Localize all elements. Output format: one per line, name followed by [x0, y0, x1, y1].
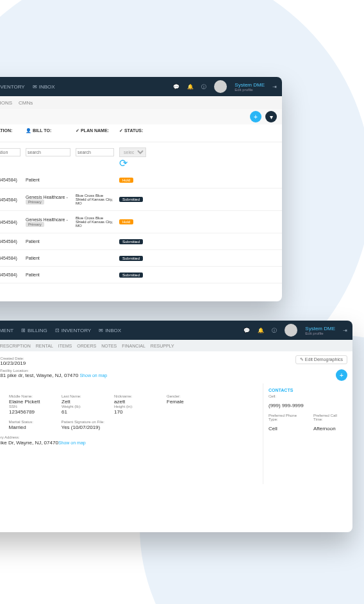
section-information: INFORMATION:: [0, 383, 263, 392]
subnav-authorizations[interactable]: AUTHORIZATIONS: [0, 100, 12, 106]
patient-subnav: CS MEDICAL RECORDS INSURANCE DOCUMENTS F…: [0, 340, 352, 351]
mname-value: Elaine Pickett: [9, 399, 40, 405]
lname-value: Zett: [62, 399, 70, 405]
nav-inventory-2[interactable]: ⊡ INVENTORY: [55, 328, 91, 333]
main-nav-2: 👤 PATIENTS 📋 ORDERS 📊 REPORTS ⚙ MANAGEME…: [0, 321, 352, 340]
filter-plan[interactable]: [76, 148, 114, 156]
tab-prescription[interactable]: PRESCRIPTION: [0, 344, 31, 348]
tab-items[interactable]: ITEMS: [58, 344, 72, 348]
weight-value: 61: [62, 409, 67, 415]
height-label: Height (in):: [114, 405, 153, 408]
edit-demographics-button[interactable]: ✎ Edit Demographics: [295, 355, 347, 364]
nav-inbox[interactable]: ✉ INBOX: [33, 84, 55, 90]
table-row[interactable]: 1:16 AM $ 440.00 $ 187.00 test (15284545…: [0, 233, 282, 250]
section-info[interactable]: INFO:: [0, 459, 263, 467]
marital-label: Marital Status:: [9, 420, 47, 424]
ctime-value: Afternoon: [313, 426, 336, 432]
section-contact[interactable]: CONTACT:: [0, 451, 263, 459]
add-patient-button[interactable]: +: [336, 369, 347, 381]
table-row[interactable]: 6:55 PM $ 120.00 $ 20.00 test (152845458…: [0, 250, 282, 267]
ctime-label: Preferred Call Time:: [313, 414, 347, 421]
mname-label: Middle Name:: [9, 394, 47, 398]
table-row[interactable]: 2:35 PM $ 120.00 $ 120.00 test (15284545…: [0, 189, 282, 211]
bell-icon-2[interactable]: 🔔: [258, 328, 264, 333]
cell-value: (999) 999-9999: [269, 403, 304, 408]
nav-inbox-2[interactable]: ✉ INBOX: [99, 328, 121, 333]
tab-financial[interactable]: FINANCIAL: [122, 344, 145, 348]
ptype-value: Cell: [269, 426, 277, 432]
ssn-value: 123456789: [9, 409, 35, 415]
section-contacts: CONTACTS: [269, 386, 347, 394]
col-location[interactable]: 📍 LOCATION:: [0, 127, 23, 139]
deliv-label: Delivery Address:: [0, 435, 86, 439]
info-icon-2[interactable]: ⓘ: [272, 327, 277, 334]
table-header: ⊞ CHARGE: ⊞ BALANCE: 📍 LOCATION: 👤 BILL …: [0, 124, 282, 142]
chat-icon-2[interactable]: 💬: [244, 328, 250, 333]
main-nav: TS ⚙ MANAGEMENT ⊞ BILLING ⊡ INVENTORY ✉ …: [0, 77, 282, 96]
filter-status[interactable]: select: [119, 147, 146, 157]
tab-rental[interactable]: RENTAL: [36, 344, 53, 348]
filter-button[interactable]: ▾: [265, 111, 277, 122]
filter-billto[interactable]: [26, 148, 70, 156]
billing-window: TS ⚙ MANAGEMENT ⊞ BILLING ⊡ INVENTORY ✉ …: [0, 77, 282, 301]
filter-row: select ⟳: [0, 142, 282, 172]
col-status[interactable]: ✓ STATUS:: [117, 127, 149, 139]
nav-management-2[interactable]: ⚙ MANAGEMENT: [0, 328, 13, 333]
col-plan[interactable]: ✓ PLAN NAME:: [73, 127, 117, 139]
nav-billing-2[interactable]: ⊞ BILLING: [21, 328, 47, 333]
add-button[interactable]: +: [250, 111, 261, 122]
weight-label: Weight (lb):: [62, 405, 100, 408]
ptype-label: Preferred Phone Type:: [269, 414, 307, 421]
lname-label: Last Name:: [62, 394, 100, 398]
tab-resupply[interactable]: RESUPPLY: [151, 344, 174, 348]
demographics-grid: 1Age:34 Prefix:-DOB:09/18/1985 First Nam…: [0, 392, 263, 420]
gender-label: Gender:: [167, 394, 205, 398]
billing-subnav: EOB/ERA PRESCRIPTIONS AUTHORIZATIONS CMN…: [0, 96, 282, 109]
section-party[interactable]: BLE PARTY:: [0, 467, 263, 476]
bell-icon[interactable]: 🔔: [187, 84, 194, 90]
avatar[interactable]: [214, 80, 227, 93]
avatar-2[interactable]: [285, 324, 297, 337]
nick-value: azett: [114, 399, 125, 405]
filter-location[interactable]: [0, 148, 21, 156]
table-row[interactable]: $ 0.00 $ 0.00 test (1528454584) Patient …: [0, 172, 282, 189]
logout-icon[interactable]: ⇥: [272, 84, 277, 90]
patient-header: CARE HOME MEDICAL & OXYGEN, INC. (... Co…: [0, 351, 352, 383]
user-menu-2[interactable]: System DMEEdit profile: [305, 326, 335, 335]
nav-inventory[interactable]: ⊡ INVENTORY: [0, 84, 25, 90]
facility-location: 81 pike dr, test, Wayne, NJ, 07470: [0, 373, 78, 378]
sig-value: Yes (10/07/2019): [62, 424, 101, 430]
table-row[interactable]: 6:55 PM $ 120.00 $ 120.00 test (15284545…: [0, 267, 282, 283]
ssn-label: SSN:: [9, 405, 47, 408]
show-map-deliv[interactable]: Show on map: [58, 440, 86, 445]
created-date: 10/23/2019: [0, 360, 26, 366]
subnav-cmns[interactable]: CMNs: [19, 100, 33, 106]
table-row[interactable]: $ 0.00 $ 0.00 test (1528454584) Genesis …: [0, 211, 282, 233]
deliv-value: 81 Pike Dr, Wayne, NJ, 07470: [0, 440, 58, 446]
logout-icon-2[interactable]: ⇥: [343, 328, 347, 333]
user-menu[interactable]: System DMEEdit profile: [235, 82, 265, 92]
section-release[interactable]: FO RELEASE: [0, 476, 263, 484]
sig-label: Patient Signature on File:: [62, 420, 104, 424]
refresh-icon[interactable]: ⟳: [119, 158, 128, 169]
info-icon[interactable]: ⓘ: [201, 83, 206, 90]
tab-notes[interactable]: NOTES: [101, 344, 117, 348]
show-on-map-link[interactable]: Show on map: [79, 373, 107, 378]
marital-value: Married: [9, 424, 26, 430]
nick-label: Nickname:: [114, 394, 153, 398]
patient-window: 👤 PATIENTS 📋 ORDERS 📊 REPORTS ⚙ MANAGEME…: [0, 321, 352, 532]
gender-value: Female: [167, 399, 184, 405]
chat-icon[interactable]: 💬: [173, 84, 179, 90]
tab-orders[interactable]: ORDERS: [77, 344, 96, 348]
col-billto[interactable]: 👤 BILL TO:: [23, 127, 73, 139]
table-toolbar: + ▾: [0, 109, 282, 124]
height-value: 170: [114, 409, 122, 415]
cell-label: Cell:: [269, 394, 347, 398]
